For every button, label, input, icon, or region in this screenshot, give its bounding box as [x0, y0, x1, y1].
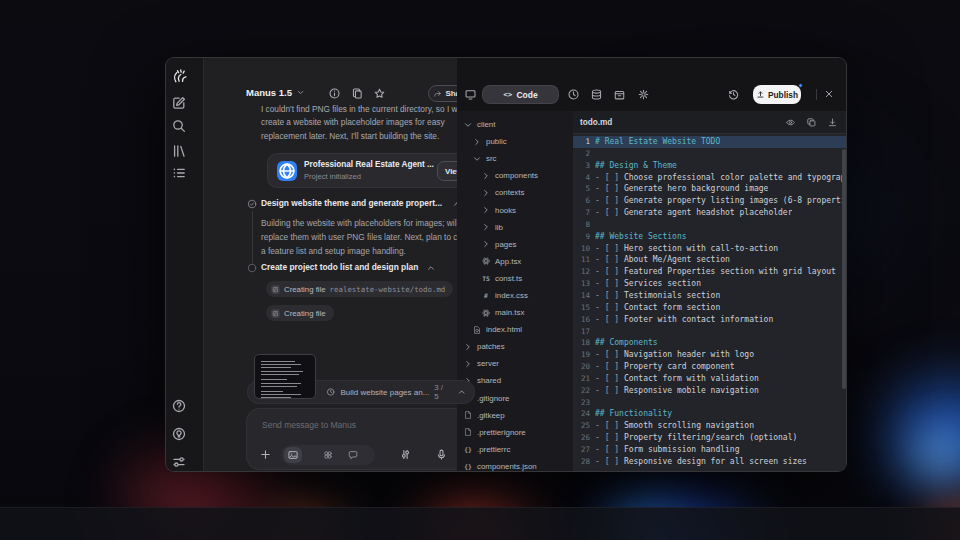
tree-item-App.tsx[interactable]: App.tsx: [457, 253, 573, 270]
code-line: 20- [ ] Property card component: [573, 361, 847, 373]
schedule-clock-icon[interactable]: [567, 88, 580, 101]
account-settings-icon[interactable]: [171, 454, 187, 470]
tree-item-shared[interactable]: shared: [457, 372, 573, 389]
chevron-right-icon: [481, 188, 491, 198]
tree-item-patches[interactable]: patches: [457, 338, 573, 355]
publish-label: Publish: [768, 90, 798, 100]
publish-button[interactable]: Publish: [753, 85, 801, 104]
search-icon[interactable]: [171, 118, 187, 134]
tree-item-components.json[interactable]: {}components.json: [457, 458, 573, 472]
tree-item-hooks[interactable]: hooks: [457, 201, 573, 218]
preview-monitor-icon[interactable]: [464, 88, 477, 101]
tree-item-components[interactable]: components: [457, 167, 573, 184]
tree-item-.gitkeep[interactable]: .gitkeep: [457, 407, 573, 424]
code-line: 26- [ ] Property filtering/search (optio…: [573, 432, 847, 444]
code-line: 24## Functionality: [573, 408, 847, 420]
file-edit-icon: [271, 309, 280, 318]
tree-item-client[interactable]: client: [457, 116, 573, 133]
code-line: 9## Website Sections: [573, 231, 847, 243]
tree-item-label: const.ts: [495, 274, 522, 283]
microphone-icon[interactable]: [435, 448, 448, 461]
chevron-up-icon[interactable]: [457, 387, 466, 397]
tree-item-label: index.html: [486, 325, 522, 334]
gear-icon[interactable]: [637, 88, 650, 101]
task-current-title[interactable]: Create project todo list and design plan: [261, 262, 418, 272]
tree-item-index.css[interactable]: #index.css: [457, 287, 573, 304]
file-preview-thumbnail[interactable]: [254, 354, 316, 399]
code-line: 3## Design & Theme: [573, 160, 847, 172]
session-title[interactable]: Manus 1.5: [246, 87, 305, 98]
tree-item-main.tsx[interactable]: main.tsx: [457, 304, 573, 321]
tree-item-lib[interactable]: lib: [457, 219, 573, 236]
code-line: 1# Real Estate Website TODO: [573, 136, 847, 148]
hash-file-icon: #: [481, 290, 491, 300]
tree-item-label: .prettierrc: [477, 445, 510, 454]
task-done-title[interactable]: Design website theme and generate proper…: [261, 198, 442, 208]
tree-item-label: .gitkeep: [477, 411, 505, 420]
chevron-right-icon: [463, 342, 473, 352]
code-line: 7- [ ] Generate agent headshot placehold…: [573, 207, 847, 219]
chevron-right-icon: [481, 171, 491, 181]
globe-icon: [277, 161, 297, 181]
code-line: 25- [ ] Smooth scrolling navigation: [573, 420, 847, 432]
info-icon[interactable]: [328, 87, 341, 100]
tree-item-contexts[interactable]: contexts: [457, 184, 573, 201]
tree-item-src[interactable]: src: [457, 150, 573, 167]
panel-close-icon[interactable]: [823, 88, 835, 100]
project-card-title: Professional Real Estate Agent ...: [304, 160, 434, 169]
tasks-list-icon[interactable]: [171, 165, 187, 181]
image-mode-icon[interactable]: [287, 449, 299, 461]
tree-item-server[interactable]: server: [457, 355, 573, 372]
help-icon[interactable]: [171, 398, 187, 414]
creating-file-chip[interactable]: Creating file realestate-website/todo.md: [266, 281, 453, 297]
tree-item-.prettierrc[interactable]: {}.prettierrc: [457, 441, 573, 458]
code-line: 12- [ ] Featured Properties section with…: [573, 266, 847, 278]
eye-icon[interactable]: [785, 117, 796, 128]
library-icon[interactable]: [171, 143, 187, 159]
tree-item-label: .prettierignore: [477, 428, 526, 437]
chip-file-path: realestate-website/todo.md: [330, 285, 446, 294]
star-icon[interactable]: [373, 87, 386, 100]
code-panel: <> Code Publish clientpublicsrccomponent…: [457, 58, 847, 471]
tree-item-index.html[interactable]: index.html: [457, 321, 573, 338]
timeline-connector: [252, 211, 253, 264]
tree-item-const.ts[interactable]: TSconst.ts: [457, 270, 573, 287]
taskbar: Ask Copilot anything MSG: [0, 507, 960, 540]
code-view-tab[interactable]: <> Code: [482, 85, 559, 104]
share-icon: [433, 89, 442, 98]
lightbulb-icon[interactable]: [171, 426, 187, 442]
braces-file-icon: {}: [463, 444, 473, 454]
tree-item-label: .gitignore: [477, 394, 509, 403]
html-file-icon: [472, 325, 482, 335]
editor-scrollbar[interactable]: [842, 149, 846, 389]
desktop: Manus 1.5 Share I couldn't find PNG file…: [0, 0, 960, 540]
tree-item-label: shared: [477, 376, 501, 385]
code-line: 5- [ ] Generate hero background image: [573, 183, 847, 195]
assistant-message: I couldn't find PNG files in the current…: [261, 103, 483, 143]
chevron-up-icon[interactable]: [426, 263, 436, 273]
creating-file-chip[interactable]: Creating file: [266, 305, 334, 321]
grid-mode-icon[interactable]: [322, 449, 334, 461]
tree-item-.prettierignore[interactable]: .prettierignore: [457, 424, 573, 441]
history-icon[interactable]: [727, 88, 740, 101]
plus-icon[interactable]: [259, 448, 272, 461]
code-line: 8: [573, 219, 847, 231]
chevron-right-icon: [481, 239, 491, 249]
tab-todo-md[interactable]: todo.md: [580, 118, 785, 127]
message-composer[interactable]: Send message to Manus: [246, 408, 482, 470]
database-icon[interactable]: [590, 88, 603, 101]
tree-item-public[interactable]: public: [457, 133, 573, 150]
download-icon[interactable]: [827, 117, 838, 128]
chevron-right-icon: [481, 222, 491, 232]
storage-box-icon[interactable]: [613, 88, 626, 101]
code-line: 14- [ ] Testimonials section: [573, 290, 847, 302]
manus-logo-icon: [171, 67, 189, 85]
tuning-sliders-icon[interactable]: [399, 448, 412, 461]
project-card[interactable]: Professional Real Estate Agent ... Proje…: [267, 153, 480, 188]
copy-icon[interactable]: [806, 117, 817, 128]
new-task-icon[interactable]: [171, 95, 187, 111]
tree-item-pages[interactable]: pages: [457, 236, 573, 253]
clock-icon: [326, 387, 335, 397]
chat-mode-icon[interactable]: [347, 449, 359, 461]
files-icon[interactable]: [351, 87, 364, 100]
